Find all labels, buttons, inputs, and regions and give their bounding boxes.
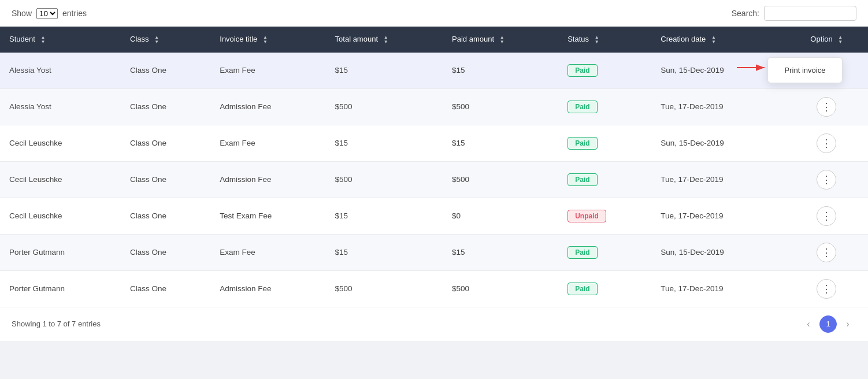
option-col: ⋮ (785, 234, 868, 270)
action-menu-button[interactable]: ⋮ (817, 243, 836, 262)
col-student: Student ▲▼ (0, 27, 121, 53)
arrow-indicator (735, 61, 770, 75)
show-label: Show (12, 9, 32, 18)
invoices-table: Student ▲▼ Class ▲▼ Invoice title ▲▼ Tot… (0, 27, 868, 307)
cell-total-amount: $15 (326, 125, 443, 161)
cell-student: Porter Gutmann (0, 234, 121, 270)
cell-class: Class One (121, 198, 210, 234)
cell-creation-date: Tue, 17-Dec-2019 (651, 198, 785, 234)
cell-student: Porter Gutmann (0, 270, 121, 307)
status-badge: Paid (567, 137, 597, 150)
cell-paid-amount: $15 (443, 53, 558, 89)
sort-class-icon[interactable]: ▲▼ (154, 35, 159, 44)
cell-status: Paid (558, 161, 651, 198)
cell-paid-amount: $500 (443, 161, 558, 198)
action-menu-button[interactable]: ⋮ (817, 97, 836, 117)
cell-paid-amount: $500 (443, 88, 558, 125)
cell-total-amount: $500 (326, 161, 443, 198)
cell-invoice-title: Exam Fee (210, 125, 325, 161)
cell-invoice-title: Admission Fee (210, 88, 325, 125)
cell-class: Class One (121, 234, 210, 270)
table-header-row: Student ▲▼ Class ▲▼ Invoice title ▲▼ Tot… (0, 27, 868, 53)
col-paid-amount: Paid amount ▲▼ (443, 27, 558, 53)
prev-page-button[interactable]: ‹ (800, 315, 817, 333)
option-col: ⋮ (785, 198, 868, 234)
sort-student-icon[interactable]: ▲▼ (40, 35, 45, 44)
option-col: ⋮ (785, 88, 868, 125)
cell-class: Class One (121, 125, 210, 161)
col-total-amount: Total amount ▲▼ (326, 27, 443, 53)
action-menu-button[interactable]: ⋮ (817, 170, 836, 190)
col-invoice-title: Invoice title ▲▼ (210, 27, 325, 53)
search-input[interactable] (764, 6, 856, 21)
cell-class: Class One (121, 270, 210, 307)
cell-status: Paid (558, 53, 651, 89)
option-col: ⋮ (785, 270, 868, 307)
cell-class: Class One (121, 88, 210, 125)
action-dropdown: Print invoice (767, 57, 843, 83)
action-menu-button[interactable]: ⋮ (817, 133, 836, 153)
cell-paid-amount: $15 (443, 125, 558, 161)
sort-creation-date-icon[interactable]: ▲▼ (711, 35, 716, 44)
cell-student: Cecil Leuschke (0, 161, 121, 198)
top-bar: Show 10 25 50 entries Search: (0, 0, 868, 27)
action-menu-button[interactable]: ⋮ (817, 279, 836, 299)
status-badge: Paid (567, 101, 597, 113)
cell-invoice-title: Exam Fee (210, 53, 325, 89)
table-row: Alessia Yost Class One Admission Fee $50… (0, 88, 868, 125)
show-entries-control: Show 10 25 50 entries (12, 8, 87, 19)
col-class: Class ▲▼ (121, 27, 210, 53)
cell-creation-date: Sun, 15-Dec-2019 (651, 125, 785, 161)
cell-paid-amount: $0 (443, 198, 558, 234)
sort-total-amount-icon[interactable]: ▲▼ (384, 35, 388, 44)
cell-class: Class One (121, 161, 210, 198)
footer: Showing 1 to 7 of 7 entries ‹ 1 › (0, 307, 868, 341)
cell-student: Alessia Yost (0, 88, 121, 125)
cell-creation-date: Sun, 15-Dec-2019 (651, 234, 785, 270)
table-row: Cecil Leuschke Class One Test Exam Fee $… (0, 198, 868, 234)
table-row: Porter Gutmann Class One Exam Fee $15 $1… (0, 234, 868, 270)
cell-total-amount: $500 (326, 88, 443, 125)
page-1-button[interactable]: 1 (819, 315, 837, 333)
cell-student: Alessia Yost (0, 53, 121, 89)
cell-invoice-title: Exam Fee (210, 234, 325, 270)
cell-total-amount: $500 (326, 270, 443, 307)
col-creation-date: Creation date ▲▼ (651, 27, 785, 53)
next-page-button[interactable]: › (839, 315, 856, 333)
status-badge: Paid (567, 283, 597, 295)
cell-total-amount: $15 (326, 53, 443, 89)
cell-total-amount: $15 (326, 198, 443, 234)
status-badge: Unpaid (567, 210, 606, 222)
col-status: Status ▲▼ (558, 27, 651, 53)
option-col: ⋮ (785, 161, 868, 198)
search-label: Search: (732, 9, 759, 18)
search-control: Search: (732, 6, 856, 21)
action-menu-button[interactable]: ⋮ (817, 206, 836, 226)
cell-paid-amount: $15 (443, 234, 558, 270)
col-option: Option ▲▼ (785, 27, 868, 53)
cell-student: Cecil Leuschke (0, 125, 121, 161)
cell-status: Paid (558, 88, 651, 125)
table-row: Cecil Leuschke Class One Exam Fee $15 $1… (0, 125, 868, 161)
table-row: Alessia Yost Class One Exam Fee $15 $15 … (0, 53, 868, 89)
showing-text: Showing 1 to 7 of 7 entries (12, 319, 101, 328)
cell-creation-date: Tue, 17-Dec-2019 (651, 88, 785, 125)
cell-invoice-title: Admission Fee (210, 270, 325, 307)
sort-option-icon[interactable]: ▲▼ (838, 35, 843, 44)
cell-paid-amount: $500 (443, 270, 558, 307)
cell-invoice-title: Test Exam Fee (210, 198, 325, 234)
print-invoice-item[interactable]: Print invoice (768, 61, 842, 79)
sort-status-icon[interactable]: ▲▼ (595, 35, 599, 44)
status-badge: Paid (567, 173, 597, 186)
cell-creation-date: Tue, 17-Dec-2019 (651, 161, 785, 198)
cell-class: Class One (121, 53, 210, 89)
cell-creation-date: Tue, 17-Dec-2019 (651, 270, 785, 307)
entries-select[interactable]: 10 25 50 (36, 8, 58, 19)
cell-status: Unpaid (558, 198, 651, 234)
cell-status: Paid (558, 234, 651, 270)
option-col: ⋮ (785, 125, 868, 161)
cell-status: Paid (558, 270, 651, 307)
status-badge: Paid (567, 64, 597, 77)
sort-invoice-title-icon[interactable]: ▲▼ (263, 35, 268, 44)
sort-paid-amount-icon[interactable]: ▲▼ (500, 35, 505, 44)
